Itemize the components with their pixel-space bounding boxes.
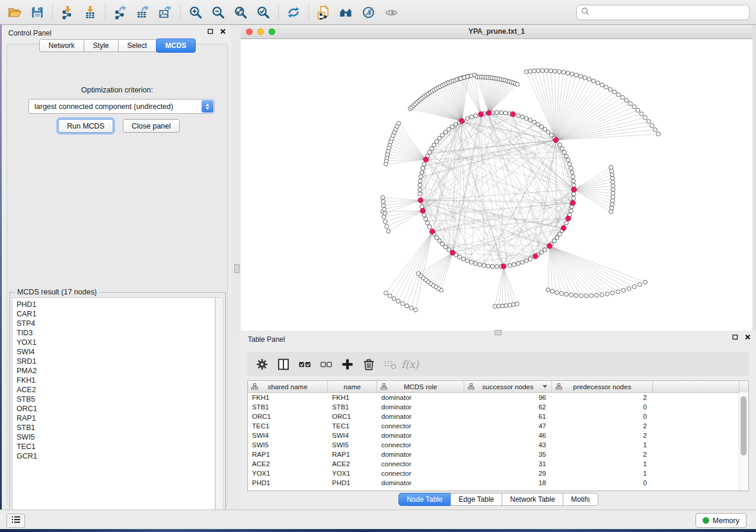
cell-shared-name[interactable]: ACE2 [248,459,328,469]
float-panel-icon[interactable] [732,334,739,341]
column-header-predecessor-nodes[interactable]: predecessor nodes [552,381,653,392]
result-node-item[interactable]: YOX1 [17,338,215,347]
tab-select[interactable]: Select [119,39,157,52]
gear-button[interactable] [252,355,272,374]
column-header-shared-name[interactable]: shared name [248,381,328,392]
eye-button[interactable] [381,3,401,22]
cell-shared-name[interactable]: STB1 [248,402,328,412]
result-node-item[interactable]: PMA2 [17,366,215,376]
cell-name[interactable]: STB1 [328,402,377,412]
result-node-item[interactable]: SWI5 [17,432,215,442]
result-node-item[interactable]: STP4 [17,319,215,328]
plus-button[interactable] [337,355,358,374]
cell-name[interactable]: ACE2 [328,459,377,469]
tab-node-table[interactable]: Node Table [398,493,451,506]
cell-shared-name[interactable]: SWI4 [248,431,328,440]
result-node-item[interactable]: PHD1 [17,300,215,309]
cell-predecessor-nodes[interactable]: 2 [552,450,653,459]
float-panel-icon[interactable] [207,28,214,35]
check-pair-button[interactable] [295,355,315,374]
cell-name[interactable]: RAP1 [328,450,377,459]
search-box[interactable] [576,5,749,20]
table-row[interactable]: TEC1TEC1connector472 [248,421,748,431]
cell-successor-nodes[interactable]: 35 [464,450,552,459]
network-canvas[interactable] [241,39,752,331]
zoom-in-button[interactable] [186,3,206,22]
table-row[interactable]: SWI4SWI4dominator462 [248,431,748,440]
table-row[interactable]: PHD1PHD1dominator180 [248,478,748,488]
cell-name[interactable]: TEC1 [328,421,377,431]
export-image-button[interactable] [155,3,176,22]
table-scrollbar[interactable] [739,392,748,491]
result-node-item[interactable]: CAR1 [17,309,215,319]
vertical-splitter[interactable] [231,25,241,509]
save-session-button[interactable] [27,3,47,22]
column-header-empty[interactable] [653,381,739,392]
close-panel-button[interactable]: Close panel [123,119,180,133]
result-node-item[interactable]: ACE2 [17,385,215,395]
table-scrollbar-thumb[interactable] [741,396,747,456]
document-network-button[interactable] [314,3,334,22]
cell-MCDS-role[interactable]: dominator [377,402,464,412]
cell-MCDS-role[interactable]: dominator [377,431,464,440]
cell-successor-nodes[interactable]: 47 [464,421,552,431]
cell-MCDS-role[interactable]: connector [377,440,464,450]
import-table-button[interactable] [80,3,100,22]
result-node-item[interactable]: FKH1 [17,376,215,385]
cell-name[interactable]: YOX1 [328,469,377,478]
columns-button[interactable] [273,355,294,374]
cell-successor-nodes[interactable]: 96 [464,393,552,402]
result-node-item[interactable]: TEC1 [17,442,215,451]
cell-name[interactable]: ORC1 [328,412,377,421]
optimization-criterion-select[interactable]: largest connected component (undirected) [28,99,215,114]
cell-predecessor-nodes[interactable]: 1 [552,459,653,469]
cell-MCDS-role[interactable]: dominator [377,412,464,421]
cell-MCDS-role[interactable]: connector [377,469,464,478]
tab-edge-table[interactable]: Edge Table [451,493,502,506]
zoom-selected-button[interactable] [253,3,273,22]
grid-delete-button[interactable] [380,355,400,374]
tab-network[interactable]: Network [39,39,84,52]
zoom-out-button[interactable] [208,3,228,22]
tab-style[interactable]: Style [84,39,119,52]
table-row[interactable]: ORC1ORC1dominator610 [248,412,748,421]
cell-predecessor-nodes[interactable]: 2 [552,393,653,402]
cell-predecessor-nodes[interactable]: 1 [552,440,653,450]
cell-successor-nodes[interactable]: 61 [464,412,552,421]
result-node-item[interactable]: SWI4 [17,347,215,357]
result-node-item[interactable]: ORC1 [17,404,215,414]
cell-shared-name[interactable]: YOX1 [248,469,328,478]
cell-predecessor-nodes[interactable]: 2 [552,431,653,440]
column-header-successor-nodes[interactable]: successor nodes [464,381,552,392]
binoculars-button[interactable] [336,3,356,22]
cell-name[interactable]: SWI5 [328,440,377,450]
cell-successor-nodes[interactable]: 29 [464,469,552,478]
cell-shared-name[interactable]: RAP1 [248,450,328,459]
cell-MCDS-role[interactable]: connector [377,459,464,469]
import-network-button[interactable] [58,3,78,22]
uncheck-pair-button[interactable] [316,355,336,374]
eye-crossed-button[interactable] [359,3,379,22]
cell-predecessor-nodes[interactable]: 0 [552,412,653,421]
cell-predecessor-nodes[interactable]: 2 [552,421,653,431]
table-row[interactable]: ACE2ACE2connector311 [248,459,748,469]
function-builder-button[interactable]: f(x) [401,358,419,370]
result-list-scrollbar[interactable] [215,297,224,514]
run-mcds-button[interactable]: Run MCDS [58,119,113,133]
result-node-item[interactable]: STB1 [17,423,215,432]
column-header-name[interactable]: name [328,381,377,392]
cell-shared-name[interactable]: ORC1 [248,412,328,421]
search-input[interactable] [592,8,749,17]
splitter-handle[interactable] [234,264,240,273]
mcds-result-list[interactable]: PHD1CAR1STP4TID3YOX1SWI4SRD1PMA2FKH1ACE2… [12,297,215,514]
cell-shared-name[interactable]: FKH1 [248,393,328,402]
close-panel-icon[interactable] [744,334,751,341]
column-header-MCDS-role[interactable]: MCDS role [377,381,464,392]
cell-shared-name[interactable]: TEC1 [248,421,328,431]
table-row[interactable]: STB1STB1dominator620 [248,402,748,412]
result-node-item[interactable]: STB5 [17,395,215,404]
memory-button[interactable]: Memory [696,513,747,528]
cell-successor-nodes[interactable]: 62 [464,402,552,412]
cell-predecessor-nodes[interactable]: 1 [552,469,653,478]
result-node-item[interactable]: SRD1 [17,357,215,366]
